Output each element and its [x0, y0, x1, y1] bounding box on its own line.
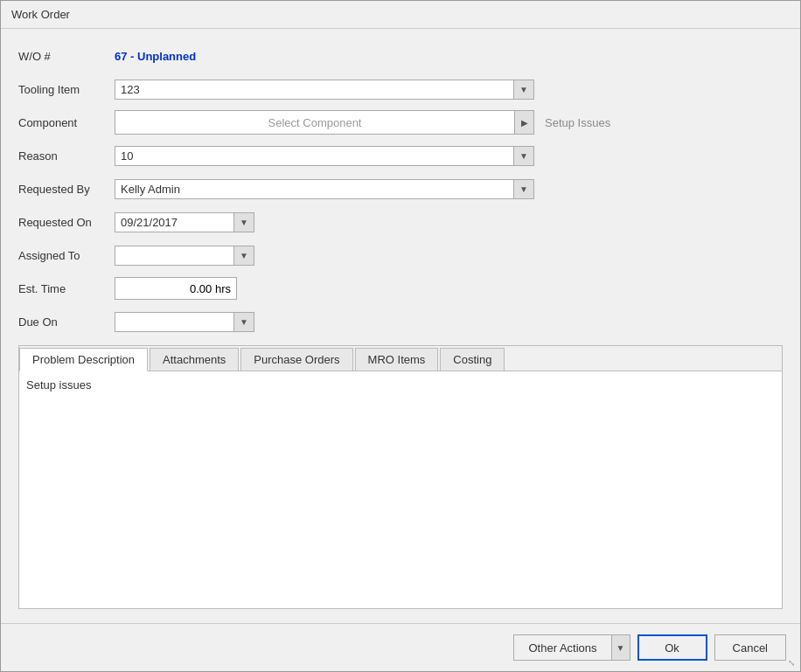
other-actions-dropdown-arrow-icon[interactable]: ▼	[611, 634, 630, 661]
tooling-label: Tooling Item	[18, 83, 115, 96]
assigned-to-select[interactable]	[115, 246, 254, 266]
requested-on-select[interactable]: 09/21/2017	[115, 212, 254, 232]
button-bar: Other Actions ▼ Ok Cancel	[1, 623, 800, 671]
tabs-header: Problem Description Attachments Purchase…	[19, 346, 782, 371]
wo-value-area: 67 - Unplanned	[115, 50, 783, 63]
tab-costing[interactable]: Costing	[440, 348, 505, 371]
requested-on-row: Requested On 09/21/2017 ▼	[18, 209, 783, 235]
due-on-select-wrapper[interactable]: ▼	[115, 312, 254, 332]
est-time-row: Est. Time	[18, 275, 783, 301]
tooling-control: 123 ▼	[115, 80, 783, 100]
tab-problem-description[interactable]: Problem Description	[19, 348, 148, 371]
est-time-control	[115, 277, 783, 300]
component-row: Component Select Component ▶ Setup Issue…	[18, 109, 783, 135]
tabs-section: Problem Description Attachments Purchase…	[18, 345, 783, 609]
requested-by-label: Requested By	[18, 183, 115, 196]
work-order-window: Work Order W/O # 67 - Unplanned Tooling …	[0, 0, 801, 672]
tab-purchase-orders[interactable]: Purchase Orders	[240, 348, 352, 371]
wo-label: W/O #	[18, 50, 115, 63]
component-placeholder: Select Component	[115, 116, 514, 129]
tooling-select[interactable]: 123	[115, 80, 534, 100]
resize-handle-icon[interactable]: ⤡	[788, 659, 798, 669]
requested-by-control: Kelly Admin ▼	[115, 179, 783, 199]
requested-on-label: Requested On	[18, 216, 115, 229]
component-dropdown-btn[interactable]: ▶	[514, 111, 533, 134]
tooling-select-wrapper[interactable]: 123 ▼	[115, 80, 534, 100]
form-area: W/O # 67 - Unplanned Tooling Item 123 ▼	[18, 43, 783, 335]
reason-select[interactable]: 10	[115, 146, 534, 166]
requested-by-select[interactable]: Kelly Admin	[115, 179, 534, 199]
requested-on-control: 09/21/2017 ▼	[115, 212, 783, 232]
due-on-label: Due On	[18, 315, 115, 329]
component-control: Select Component ▶ Setup Issues	[115, 110, 783, 135]
window-title: Work Order	[11, 8, 70, 21]
assigned-to-row: Assigned To ▼	[18, 242, 783, 268]
tab-content-area: Setup issues	[19, 371, 782, 608]
title-bar: Work Order	[1, 1, 800, 29]
due-on-row: Due On ▼	[18, 308, 783, 335]
due-on-control: ▼	[115, 312, 783, 332]
requested-on-select-wrapper[interactable]: 09/21/2017 ▼	[115, 212, 254, 232]
assigned-to-select-wrapper[interactable]: ▼	[115, 246, 254, 266]
reason-select-wrapper[interactable]: 10 ▼	[115, 146, 534, 166]
reason-label: Reason	[18, 149, 115, 163]
other-actions-button[interactable]: Other Actions	[513, 634, 610, 661]
est-time-label: Est. Time	[18, 282, 115, 295]
assigned-to-control: ▼	[115, 246, 783, 266]
reason-control: 10 ▼	[115, 146, 783, 166]
other-actions-split-button: Other Actions ▼	[513, 634, 630, 661]
wo-value: 67 - Unplanned	[115, 50, 196, 63]
tooling-row: Tooling Item 123 ▼	[18, 76, 783, 102]
component-label: Component	[18, 116, 115, 129]
due-on-select[interactable]	[115, 312, 254, 332]
assigned-to-label: Assigned To	[18, 249, 115, 262]
requested-by-row: Requested By Kelly Admin ▼	[18, 176, 783, 202]
cancel-button[interactable]: Cancel	[714, 634, 786, 661]
wo-row: W/O # 67 - Unplanned	[18, 43, 783, 69]
tab-mro-items[interactable]: MRO Items	[355, 348, 439, 371]
component-field[interactable]: Select Component ▶	[115, 110, 534, 135]
est-time-input[interactable]	[115, 277, 237, 300]
tab-content-text: Setup issues	[26, 378, 91, 391]
requested-by-select-wrapper[interactable]: Kelly Admin ▼	[115, 179, 534, 199]
reason-row: Reason 10 ▼	[18, 142, 783, 169]
form-content: W/O # 67 - Unplanned Tooling Item 123 ▼	[1, 29, 800, 623]
tab-attachments[interactable]: Attachments	[150, 348, 239, 371]
setup-issues-link[interactable]: Setup Issues	[545, 116, 610, 129]
ok-button[interactable]: Ok	[637, 634, 707, 661]
